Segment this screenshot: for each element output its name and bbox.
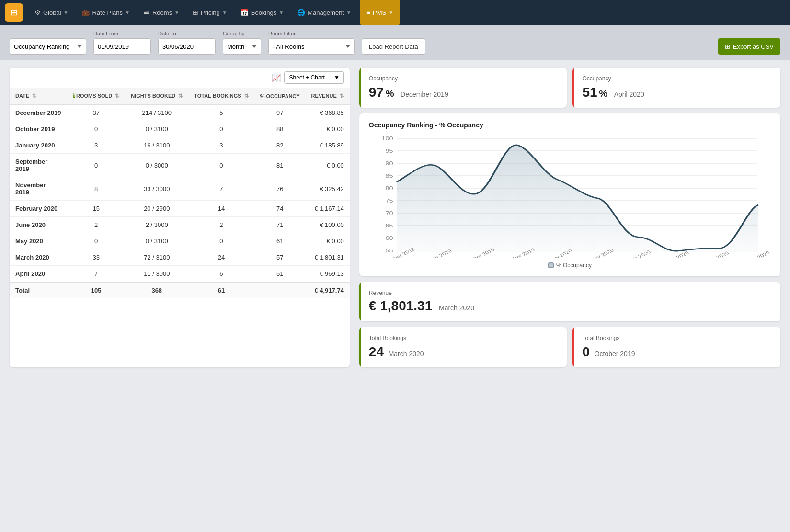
cell-rooms-sold: 2 — [67, 217, 125, 233]
cell-total-bookings: 5 — [188, 104, 254, 121]
cell-total-bookings: 0 — [188, 154, 254, 177]
cell-occupancy: 82 — [254, 137, 306, 154]
cell-nights-booked: 16 / 3100 — [125, 137, 188, 154]
global-chevron: ▼ — [64, 10, 69, 15]
col-header-revenue[interactable]: REVENUE ⇅ — [306, 88, 350, 104]
col-header-date[interactable]: DATE ⇅ — [10, 88, 67, 104]
bookings-high-label: Total Bookings — [369, 335, 558, 341]
cell-nights-booked: 20 / 2900 — [125, 201, 188, 217]
cell-nights-booked: 72 / 3100 — [125, 249, 188, 266]
svg-text:75: 75 — [385, 198, 393, 204]
export-csv-button[interactable]: ⊞ Export as CSV — [718, 38, 780, 55]
cell-rooms-sold: 8 — [67, 177, 125, 201]
load-button-wrapper: Load Report Data — [362, 38, 425, 55]
pms-chevron: ▼ — [389, 10, 393, 15]
nav-pricing-label: Pricing — [201, 9, 220, 16]
cell-occupancy: 71 — [254, 217, 306, 233]
report-type-select[interactable]: Occupancy Ranking — [10, 38, 86, 55]
revenue-card: Revenue € 1,801.31 March 2020 — [359, 282, 780, 321]
table-panel: 📈 Sheet + Chart ▼ DATE ⇅ ℹ ROOMS SOLD ⇅ … — [10, 68, 350, 367]
cell-nights-booked: 33 / 3000 — [125, 177, 188, 201]
occupancy-high-card: Occupancy 97 % December 2019 — [359, 68, 567, 108]
table-row: April 2020 7 11 / 3000 6 51 € 969.13 — [10, 266, 350, 283]
cell-occupancy: 81 — [254, 154, 306, 177]
rate-plans-icon: 💼 — [81, 9, 90, 16]
group-by-select[interactable]: Month — [223, 38, 261, 55]
nav-pricing[interactable]: ⊞ Pricing ▼ — [186, 0, 234, 25]
cell-revenue: € 0.00 — [306, 121, 350, 137]
bookings-chevron: ▼ — [279, 10, 284, 15]
nav-pms[interactable]: ≡ PMS ▼ — [360, 0, 400, 25]
main-content: 📈 Sheet + Chart ▼ DATE ⇅ ℹ ROOMS SOLD ⇅ … — [0, 60, 790, 374]
cell-date: February 2020 — [10, 201, 67, 217]
chart-title: Occupancy Ranking - % Occupancy — [369, 121, 771, 129]
bookings-icon: 📅 — [240, 9, 249, 16]
cell-revenue: € 0.00 — [306, 154, 350, 177]
cell-date: November 2019 — [10, 177, 67, 201]
group-by-label: Group by — [223, 31, 261, 36]
nav-management[interactable]: 🌐 Management ▼ — [290, 0, 358, 25]
date-to-group: Date To — [158, 31, 216, 55]
bookings-high-value: 24 — [369, 344, 384, 359]
rooms-chevron: ▼ — [174, 10, 179, 15]
cell-revenue: € 185.89 — [306, 137, 350, 154]
chart-area: 100 95 90 85 80 75 70 65 60 55 — [369, 134, 771, 258]
table-row: January 2020 3 16 / 3100 3 82 € 185.89 — [10, 137, 350, 154]
cell-rooms-sold: 37 — [67, 104, 125, 121]
cell-rooms-sold: 3 — [67, 137, 125, 154]
date-to-input[interactable] — [158, 38, 216, 55]
report-type-group: Occupancy Ranking — [10, 38, 86, 55]
cell-nights-booked: 2 / 3000 — [125, 217, 188, 233]
cell-revenue: € 100.00 — [306, 217, 350, 233]
nav-pms-label: PMS — [373, 9, 386, 16]
cell-rooms-sold: 15 — [67, 201, 125, 217]
date-from-label: Date From — [93, 31, 151, 36]
table-toolbar: 📈 Sheet + Chart ▼ — [10, 68, 350, 88]
occupancy-high-values: 97 % December 2019 — [369, 85, 558, 100]
room-filter-select[interactable]: - All Rooms — [268, 38, 355, 55]
bookings-high-card: Total Bookings 24 March 2020 — [359, 327, 567, 367]
cell-revenue: € 368.85 — [306, 104, 350, 121]
chart-legend: % Occupancy — [369, 262, 771, 269]
cell-revenue: € 325.42 — [306, 177, 350, 201]
col-header-nights-booked[interactable]: NIGHTS BOOKED ⇅ — [125, 88, 188, 104]
table-row: November 2019 8 33 / 3000 7 76 € 325.42 — [10, 177, 350, 201]
occupancy-low-values: 51 % April 2020 — [582, 85, 771, 100]
col-header-total-bookings[interactable]: TOTAL BOOKINGS ⇅ — [188, 88, 254, 104]
cell-nights-booked: 0 / 3000 — [125, 154, 188, 177]
date-from-input[interactable] — [93, 38, 151, 55]
chart-card: Occupancy Ranking - % Occupancy 100 95 — [359, 113, 780, 276]
table-total-row: Total 105 368 61 € 4,917.74 — [10, 282, 350, 298]
bookings-low-date: October 2019 — [595, 350, 635, 358]
svg-text:65: 65 — [385, 223, 393, 228]
load-report-button[interactable]: Load Report Data — [362, 38, 425, 55]
rate-plans-chevron: ▼ — [125, 10, 130, 15]
table-row: October 2019 0 0 / 3100 0 88 € 0.00 — [10, 121, 350, 137]
chart-view-button[interactable]: Sheet + Chart — [284, 71, 330, 84]
revenue-values: € 1,801.31 March 2020 — [369, 298, 771, 314]
legend-occupancy[interactable]: % Occupancy — [548, 262, 592, 269]
chart-view-dropdown[interactable]: ▼ — [330, 71, 344, 84]
svg-text:80: 80 — [385, 186, 393, 191]
bottom-stat-cards: Revenue € 1,801.31 March 2020 Total Book… — [359, 282, 780, 367]
cell-revenue: € 969.13 — [306, 266, 350, 283]
svg-text:95: 95 — [385, 148, 393, 154]
nav-rate-plans[interactable]: 💼 Rate Plans ▼ — [75, 0, 137, 25]
pricing-chevron: ▼ — [222, 10, 227, 15]
occupancy-high-value: 97 — [369, 85, 384, 100]
cell-rooms-sold: 0 — [67, 154, 125, 177]
top-stat-cards: Occupancy 97 % December 2019 Occupancy 5… — [359, 68, 780, 108]
col-header-rooms-sold[interactable]: ℹ ROOMS SOLD ⇅ — [67, 88, 125, 104]
nav-rooms-label: Rooms — [152, 9, 172, 16]
nav-global[interactable]: ⚙ Global ▼ — [28, 0, 75, 25]
pricing-icon: ⊞ — [193, 9, 198, 16]
cell-date: December 2019 — [10, 104, 67, 121]
table-row: March 2020 33 72 / 3100 24 57 € 1,801.31 — [10, 249, 350, 266]
export-button-wrapper: ⊞ Export as CSV — [718, 38, 780, 55]
nav-rooms[interactable]: 🛏 Rooms ▼ — [137, 0, 186, 25]
svg-text:60: 60 — [385, 236, 393, 241]
nav-bookings[interactable]: 📅 Bookings ▼ — [234, 0, 290, 25]
table-row: September 2019 0 0 / 3000 0 81 € 0.00 — [10, 154, 350, 177]
occupancy-high-date: December 2019 — [401, 91, 448, 98]
cell-occupancy: 51 — [254, 266, 306, 283]
